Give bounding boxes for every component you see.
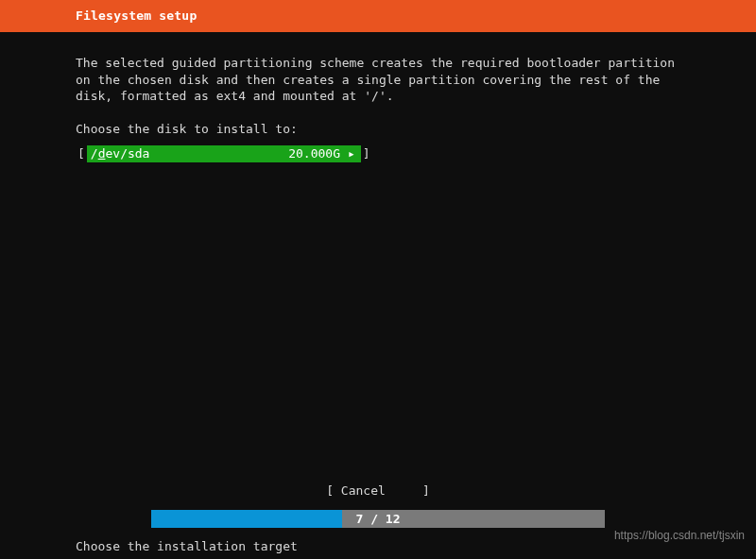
- description-text: The selected guided partitioning scheme …: [76, 55, 680, 105]
- close-bracket: ]: [361, 146, 372, 161]
- disk-device: /dev/sda: [91, 146, 150, 161]
- progress-label: 7 / 12: [151, 510, 605, 528]
- installer-body: The selected guided partitioning scheme …: [0, 32, 756, 162]
- footer-hint: Choose the installation target: [76, 539, 298, 553]
- watermark-text: https://blog.csdn.net/tjsxin: [614, 529, 745, 542]
- disk-size: 20.000G: [288, 146, 348, 161]
- progress-area: 7 / 12: [0, 510, 756, 528]
- open-bracket: [: [76, 146, 87, 161]
- disk-select[interactable]: /dev/sda 20.000G ▸: [87, 145, 361, 162]
- disk-option-row[interactable]: [ /dev/sda 20.000G ▸ ]: [76, 145, 680, 162]
- installer-header: Filesystem setup: [0, 0, 756, 32]
- progress-bar: 7 / 12: [151, 510, 605, 528]
- footer-actions: [ Cancel ]: [0, 483, 756, 498]
- cancel-button[interactable]: [ Cancel ]: [326, 483, 430, 498]
- chevron-right-icon: ▸: [348, 146, 355, 161]
- header-title: Filesystem setup: [76, 8, 197, 23]
- choose-disk-prompt: Choose the disk to install to:: [76, 122, 680, 136]
